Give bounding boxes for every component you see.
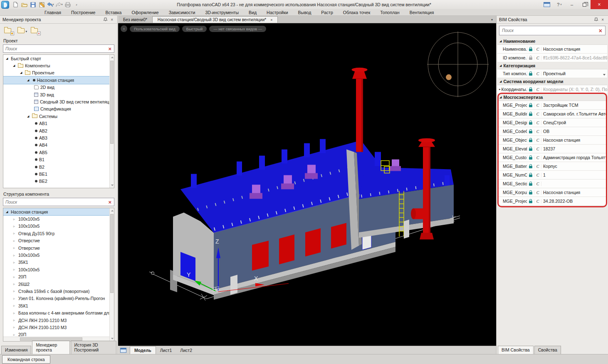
- linked-views-button[interactable]: — нет связанных видов —: [209, 26, 266, 32]
- tree-item[interactable]: ◢Проектные: [3, 69, 114, 76]
- expander-icon[interactable]: ▹: [13, 268, 18, 271]
- menu-zavisimosti[interactable]: Зависимости: [164, 10, 200, 15]
- tree-item[interactable]: ▹ДСН ЛКН 2100-1210 М3: [3, 324, 114, 331]
- tree-item[interactable]: ВЕ1: [3, 170, 114, 177]
- tree-item[interactable]: 2D вид: [3, 84, 114, 91]
- expander-icon[interactable]: ▹: [13, 231, 18, 235]
- tree-item[interactable]: ▹Стойка 159х6 с базой (поворотная): [3, 288, 114, 295]
- expander-icon[interactable]: ▹: [13, 311, 18, 315]
- lock-icon[interactable]: [527, 129, 534, 133]
- tree-item[interactable]: ▹База колонны с 4-мя анкерными болтами д…: [3, 309, 114, 316]
- structure-search-input[interactable]: [3, 200, 106, 204]
- restore-button[interactable]: [578, 0, 591, 9]
- tree-item[interactable]: ▹100x100x5: [3, 223, 114, 230]
- menu-oblaka-tochek[interactable]: Облака точек: [338, 10, 375, 15]
- expander-icon[interactable]: ◢: [27, 79, 32, 82]
- new-project-button[interactable]: ✱: [4, 27, 13, 34]
- close-panel-icon[interactable]: ×: [600, 17, 606, 22]
- expander-icon[interactable]: ▹: [13, 217, 18, 221]
- new-document-icon[interactable]: [12, 1, 19, 8]
- chevron-down-icon[interactable]: [603, 74, 606, 76]
- lock-icon[interactable]: [527, 164, 534, 168]
- tree-item[interactable]: ◢Системы: [3, 113, 114, 120]
- tree-item[interactable]: ▹100x100x5: [3, 251, 114, 258]
- project-tree-scrollbar[interactable]: [109, 55, 114, 188]
- copy-icon[interactable]: C: [534, 182, 541, 186]
- view-name-button[interactable]: Пользовательский вид: [130, 26, 180, 32]
- menu-oformlenie[interactable]: Оформление: [126, 10, 163, 15]
- open-document-icon[interactable]: [20, 1, 28, 8]
- copy-icon[interactable]: C: [534, 155, 541, 160]
- tree-item-selected[interactable]: ◢Насосная станция: [3, 76, 114, 84]
- tree-item[interactable]: ◢Компоненты: [3, 62, 114, 69]
- close-panel-icon[interactable]: ×: [109, 17, 115, 22]
- copy-icon[interactable]: C: [534, 47, 541, 52]
- property-row[interactable]: MGE_SectionC: [497, 180, 607, 188]
- tab-bim-svoystva[interactable]: BIM Свойства: [498, 346, 534, 354]
- lock-icon[interactable]: [527, 121, 534, 125]
- close-button[interactable]: ×: [591, 0, 608, 9]
- property-row[interactable]: MGE_Project...CЗастройщик ТСМ: [497, 101, 607, 110]
- property-row[interactable]: MGE_Project...C34.28.2022-ОВ: [497, 197, 607, 206]
- sheet-list-icon[interactable]: [120, 348, 126, 353]
- copy-icon[interactable]: C: [534, 129, 541, 134]
- save-as-icon[interactable]: [38, 1, 45, 8]
- tree-item[interactable]: ▹100x100x5: [3, 266, 114, 273]
- tree-item[interactable]: ▹35К1: [3, 259, 114, 266]
- add-view-button[interactable]: +: [121, 25, 127, 32]
- tree-item[interactable]: ◢Быстрый старт: [3, 55, 114, 62]
- tree-item[interactable]: АВ5: [3, 149, 114, 156]
- lock-icon[interactable]: [527, 71, 534, 76]
- expander-icon[interactable]: ▹: [13, 261, 18, 264]
- tab-istoriya-3d[interactable]: История 3D Построений: [71, 341, 117, 354]
- locator-widget[interactable]: [427, 32, 489, 97]
- expander-icon[interactable]: ▹: [13, 297, 18, 300]
- undo-caret-icon[interactable]: ▾: [52, 3, 54, 6]
- group-naimenovanie[interactable]: ◢Наименование: [497, 38, 607, 45]
- copy-icon[interactable]: C: [534, 164, 541, 169]
- tree-item[interactable]: Сводный 3D вид систем вентиляции: [3, 98, 114, 105]
- property-row[interactable]: MGE_KorpusCНасосная станция: [497, 188, 607, 197]
- copy-icon[interactable]: C: [534, 103, 541, 108]
- property-row[interactable]: ID компоне... C ff1c93f6-8622-47a4-8ce1-…: [497, 54, 607, 62]
- copy-icon[interactable]: C: [534, 56, 541, 60]
- expander-icon[interactable]: ▹: [13, 239, 18, 243]
- expander-icon[interactable]: ◢: [6, 210, 11, 214]
- expander-icon[interactable]: ◢: [27, 115, 32, 118]
- print-icon[interactable]: [64, 1, 72, 8]
- copy-icon[interactable]: C: [534, 173, 541, 177]
- bim-search-input[interactable]: [499, 28, 596, 33]
- tree-item[interactable]: 3D вид: [3, 91, 114, 98]
- copy-icon[interactable]: C: [534, 138, 541, 143]
- undo-icon[interactable]: ▾: [47, 1, 54, 8]
- project-search-input[interactable]: [3, 47, 106, 51]
- expander-icon[interactable]: ▹: [13, 275, 18, 279]
- tree-item[interactable]: ▹Отвод Ду315 90гр: [3, 230, 114, 237]
- property-row[interactable]: Тип компон... C Проектный: [497, 69, 607, 78]
- close-project-button[interactable]: ×: [31, 27, 40, 34]
- tree-item[interactable]: В1: [3, 156, 114, 163]
- lock-icon[interactable]: [527, 112, 534, 116]
- lock-icon[interactable]: [527, 138, 534, 142]
- tab-svoystva[interactable]: Свойства: [534, 346, 561, 354]
- property-row[interactable]: MGE_Elevati...C18237: [497, 145, 607, 153]
- expander-icon[interactable]: ▹: [13, 304, 18, 307]
- expander-icon[interactable]: ◢: [20, 71, 25, 74]
- lock-icon[interactable]: [527, 147, 534, 151]
- close-tab-icon[interactable]: ×: [270, 18, 272, 22]
- copy-icon[interactable]: C: [534, 190, 541, 195]
- group-kategorizatsiya[interactable]: ◢Категоризация: [497, 62, 607, 69]
- expander-icon[interactable]: ▹: [13, 282, 18, 286]
- expander-icon[interactable]: ▸: [499, 88, 501, 91]
- expander-icon[interactable]: ◢: [13, 64, 18, 67]
- property-row[interactable]: Наименова... C Насосная станция: [497, 45, 607, 54]
- lock-icon[interactable]: [527, 182, 534, 186]
- lock-icon[interactable]: [527, 155, 534, 160]
- property-row[interactable]: MGE_Buildin...CСамарская обл. г.Тольятти…: [497, 110, 607, 118]
- copy-icon[interactable]: C: [534, 121, 541, 125]
- copy-icon[interactable]: C: [534, 71, 541, 76]
- property-row[interactable]: MGE_Object...CНасосная станция: [497, 136, 607, 145]
- menu-nastroyki[interactable]: Настройки: [262, 10, 293, 15]
- expander-icon[interactable]: ▹: [13, 246, 18, 250]
- qat-customize-icon[interactable]: ⸗: [73, 1, 80, 8]
